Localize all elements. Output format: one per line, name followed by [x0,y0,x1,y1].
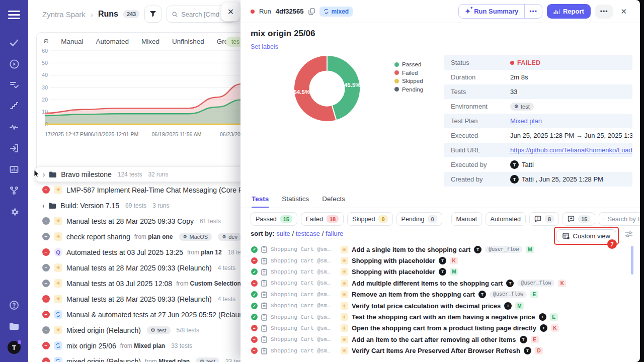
filter-passed-button[interactable]: Passed15 [251,212,297,226]
status-text: FAILED [517,59,540,66]
test-row[interactable]: ✓Shopping Cart @sm…✳Test the shopping ca… [240,311,640,322]
run-title[interactable]: mixed origin (Relaunch) [66,357,141,362]
user-avatar[interactable]: T [8,341,21,354]
milestones-steps-icon[interactable] [0,96,28,117]
run-title[interactable]: Manual tests at 28 Mar 2025 09:33 (Relau… [66,264,212,272]
git-fork-icon[interactable] [0,180,28,201]
run-group-row[interactable]: ›Build: Version 7.1569 tests3 runs [28,198,240,213]
scrollbar-thumb[interactable] [631,246,633,275]
run-row[interactable]: −✳Manual tests at 03 Jul 2025 12:08from … [28,276,240,291]
run-row[interactable]: −mix origin 25/06from Mixed plan33 tests [28,338,240,353]
runs-filter-tab-mixed[interactable]: Mixed [141,38,159,45]
select-all-icon[interactable] [44,37,48,45]
test-row[interactable]: ✓Shopping Cart @sm…✳Remove an item from … [240,289,640,300]
tests-search[interactable] [599,212,640,226]
run-title[interactable]: check report sharing [66,233,130,241]
run-row[interactable]: −✳Manual tests at 28 Mar 2025 09:33 (Rel… [28,260,240,276]
filter-automated-button[interactable]: Automated [486,212,526,226]
detail-link[interactable]: Mixed plan [510,117,542,125]
sort-link-failure[interactable]: failure [326,230,343,238]
filter-comment-plus-button[interactable]: +15 [562,212,595,226]
run-summary-more-button[interactable]: ••• [524,5,542,18]
test-row[interactable]: ✓Shopping Cart @sm…✳Verify total price c… [240,300,640,311]
tests-search-input[interactable] [607,216,640,223]
tab-statistics[interactable]: Statistics [282,195,309,208]
test-title[interactable]: Verify total price calculation with deci… [352,302,501,310]
analytics-icon[interactable] [0,159,28,180]
panel-close-button[interactable]: ✕ [221,3,240,21]
run-group-title[interactable]: Build: Version 7.15 [60,202,119,210]
test-title[interactable]: Shopping with placeholder [352,268,435,276]
test-row[interactable]: −Shopping Cart @sm…✳Add multiple differe… [240,278,640,289]
test-title[interactable]: Test the shopping cart with an item havi… [352,313,535,321]
test-row[interactable]: −Shopping Cart @sm…✳Shopping with placeh… [240,255,640,266]
run-title[interactable]: Automated tests at 03 Jul 2025 13:25 [66,248,183,256]
run-row[interactable]: −✳Manual tests at 28 Mar 2025 09:33 (Rel… [28,291,240,307]
run-row[interactable]: −QAutomated tests at 03 Jul 2025 13:25fr… [28,244,240,260]
test-title[interactable]: Verify Cart Items Are Preserved After Br… [352,347,520,354]
filter-button[interactable] [144,6,162,23]
run-row[interactable]: −mixed origin (Relaunch)from Mixed plan⚙… [28,353,240,362]
test-title[interactable]: Add a single item to the shopping cart [352,246,470,253]
more-actions-button[interactable]: ••• [595,5,613,19]
run-row[interactable]: −Manual & automated tests at 27 Jun 2025… [28,307,240,322]
test-title[interactable]: Add an item to the cart after removing a… [352,336,516,343]
runs-filter-tab-automated[interactable]: Automated [96,38,129,45]
test-row[interactable]: −Shopping Cart @sm…✳Add an item to the c… [240,334,640,345]
custom-view-button[interactable]: Custom view [556,229,616,242]
report-button[interactable]: Report [547,4,591,19]
set-labels-link[interactable]: Set labels [251,43,278,51]
test-title[interactable]: Open the shopping cart from a product li… [352,324,536,332]
sign-in-icon[interactable] [0,138,28,159]
copy-run-id-button[interactable] [308,8,315,15]
filter-pending-button[interactable]: Pending0 [396,212,442,226]
view-settings-sliders-icon[interactable] [625,231,633,238]
menu-icon[interactable] [0,4,28,25]
test-row[interactable]: ✓Shopping Cart @sm…✳Shopping with placeh… [240,266,640,278]
test-row[interactable]: −Shopping Cart @sm…✳Verify Cart Items Ar… [240,345,640,356]
run-title[interactable]: Manual & automated tests at 27 Jun 2025 … [66,311,240,319]
sort-link-testcase[interactable]: testcase [296,230,320,238]
filter-comment-alert-button[interactable]: !8 [529,212,559,226]
runs-filter-tab-unfinished[interactable]: Unfinished [172,38,204,45]
run-title[interactable]: mix origin 25/06 [66,342,116,350]
run-title[interactable]: Manual tests at 28 Mar 2025 09:33 (Relau… [66,295,212,303]
run-group-row[interactable]: ›Bravo milestone124 tests32 runs [35,166,240,182]
tab-tests[interactable]: Tests [252,195,269,208]
run-group-title[interactable]: Bravo milestone [61,170,111,178]
settings-gear-icon[interactable] [0,201,28,222]
run-row[interactable]: −✳Manual tests at 28 Mar 2025 09:33 Copy… [28,213,240,229]
drawer-close-button[interactable]: ✕ [617,5,630,18]
filter-skipped-button[interactable]: Skipped0 [347,212,392,226]
tab-defects[interactable]: Defects [322,195,345,208]
test-row[interactable]: ✓Shopping Cart @sm…✳Add a single item to… [240,244,640,255]
run-title[interactable]: LMP-587 Implement Real-Time Chat Messagi… [66,186,240,194]
chevron-right-icon[interactable]: › [43,170,44,178]
filter-manual-button[interactable]: Manual [451,212,482,226]
testcases-check-icon[interactable] [0,32,28,53]
list-check-icon[interactable] [0,74,28,96]
chevron-right-icon[interactable]: › [42,201,44,210]
detail-link[interactable]: https://github.com/TetianaKhomenko/Load-… [510,146,632,154]
run-title[interactable]: Manual tests at 03 Jul 2025 12:08 [66,280,172,288]
sort-link-suite[interactable]: suite [276,230,290,238]
filter-failed-button[interactable]: Failed18 [301,212,344,226]
run-row[interactable]: −✳LMP-587 Implement Real-Time Chat Messa… [28,182,240,198]
runs-play-icon[interactable] [0,53,28,74]
test-row[interactable]: −Shopping Cart @sm…✳Open the shopping ca… [240,323,640,334]
breadcrumb-project[interactable]: Zyntra Spark [42,10,86,19]
run-title[interactable]: Manual tests at 28 Mar 2025 09:33 Copy [66,217,194,225]
detail-row-status: StatusFAILED [444,55,632,70]
runs-filter-tab-manual[interactable]: Manual [61,38,83,45]
test-title[interactable]: Remove an item from the shopping cart [352,291,475,298]
test-title[interactable]: Shopping with placeholder [352,257,435,264]
env-filter-badge[interactable]: tes [226,37,240,47]
projects-folder-icon[interactable] [0,316,28,337]
run-summary-button[interactable]: ✦✦ Run Summary [459,5,524,18]
test-title[interactable]: Add multiple different items to the shop… [352,280,503,287]
help-icon[interactable] [0,295,28,316]
run-title[interactable]: Mixed origin (Relaunch) [66,326,141,334]
pulse-activity-icon[interactable] [0,117,28,138]
run-row[interactable]: −✳Mixed origin (Relaunch)⚙test5/8 tests [28,322,240,338]
run-row[interactable]: −✳check report sharingfrom plan one⚙MacO… [28,229,240,244]
